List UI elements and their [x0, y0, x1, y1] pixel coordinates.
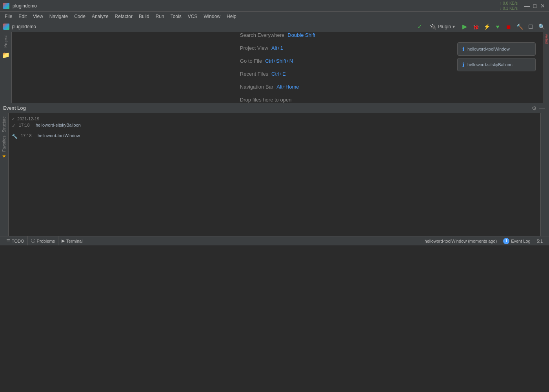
bottom-layout: Structure Favorites ★ ✓ 2021-12-19 ✓ 17:… — [0, 113, 549, 236]
network-up: ↑ 0.0 KB/s — [500, 1, 518, 6]
todo-icon: ☰ — [6, 238, 10, 243]
shortcut-search-everywhere: Search Everywhere Double Shift — [240, 32, 315, 38]
menu-vcs[interactable]: VCS — [185, 13, 201, 20]
menu-file[interactable]: File — [2, 13, 15, 20]
status-message-text: helloword-toolWindow (moments ago) — [425, 239, 497, 243]
problems-icon: ⓘ — [31, 238, 35, 244]
event-log-badge: 1 — [503, 238, 509, 244]
plugin-chevron: ▾ — [453, 24, 455, 29]
shortcut-recent-files: Recent Files Ctrl+E — [240, 71, 286, 77]
notification-text-2: helloword-sitskyBalloon — [467, 62, 513, 67]
secondary-toolbar: plugindemo ✓ 🔌 Plugin ▾ ▶ 🐞 ⚡ ♥ ◼ 🔨 ☐ 🔍 — [0, 21, 549, 32]
menu-tools[interactable]: Tools — [167, 13, 185, 20]
menu-view[interactable]: View — [30, 13, 46, 20]
shortcut-drop-files: Drop files here to open — [240, 97, 292, 103]
event-log-content-area: ✓ 2021-12-19 ✓ 17:18 helloword-sitskyBal… — [9, 113, 540, 236]
maximize-button[interactable]: □ — [532, 3, 538, 9]
event-log-status[interactable]: 1 Event Log — [500, 238, 534, 244]
problems-tab[interactable]: ⓘ Problems — [28, 236, 58, 245]
event-log-status-label: Event Log — [511, 239, 531, 243]
event-log-entries: ✓ 2021-12-19 ✓ 17:18 helloword-sitskyBal… — [9, 113, 540, 236]
build-button[interactable]: 🔨 — [515, 22, 524, 31]
event-log-minimize-button[interactable]: — — [538, 104, 546, 112]
shortcut-navigation-bar: Navigation Bar Alt+Home — [240, 84, 299, 90]
menu-code[interactable]: Code — [71, 13, 89, 20]
todo-tab[interactable]: ☰ TODO — [3, 236, 28, 245]
plugin-icon: 🔌 — [430, 24, 436, 30]
status-message: helloword-toolWindow (moments ago) — [422, 239, 500, 243]
shortcut-project-view: Project View Alt+1 — [240, 45, 283, 51]
plugin-label: Plugin — [438, 24, 451, 29]
menu-analyze[interactable]: Analyze — [89, 13, 112, 20]
cursor-position: 5:1 — [534, 239, 546, 243]
favorites-tab[interactable]: Favorites — [1, 134, 7, 153]
terminal-label: Terminal — [66, 239, 83, 243]
menu-refactor[interactable]: Refactor — [112, 13, 136, 20]
status-bar: ☰ TODO ⓘ Problems ▶ Terminal helloword-t… — [0, 236, 549, 245]
log-entry-toolwindow: 🔧 17:18 helloword-toolWindow — [12, 132, 537, 140]
shortcut-go-to-file: Go to File Ctrl+Shift+N — [240, 58, 293, 64]
terminal-icon: ▶ — [62, 238, 65, 243]
menu-help[interactable]: Help — [224, 13, 240, 20]
tool-icon: 🔧 — [12, 134, 18, 139]
notification-toolwindow: ℹ helloword-toolWindow — [457, 42, 536, 56]
notification-area: ℹ helloword-toolWindow ℹ helloword-sitsk… — [457, 42, 536, 71]
menu-navigate[interactable]: Navigate — [46, 13, 71, 20]
menu-build[interactable]: Build — [136, 13, 153, 20]
coverage-button[interactable]: ♥ — [493, 22, 502, 31]
sidebar-item-project[interactable]: Project — [3, 34, 9, 49]
event-log-title: Event Log — [3, 105, 26, 111]
app-icon — [3, 3, 9, 9]
event-log-settings-button[interactable]: ⚙ — [530, 104, 538, 112]
log-date: ✓ 2021-12-19 — [12, 116, 537, 121]
search-toolbar-button[interactable]: 🔍 — [537, 22, 546, 31]
left-sidebar: Project 📁 — [0, 32, 12, 103]
bottom-panel: Event Log ⚙ — Structure Favorites ★ ✓ 20… — [0, 103, 549, 236]
debug-button[interactable]: 🐞 — [471, 22, 480, 31]
problems-label: Problems — [37, 239, 55, 243]
menu-bar: File Edit View Navigate Code Analyze Ref… — [0, 12, 549, 21]
layout-button[interactable]: ☐ — [526, 22, 535, 31]
right-sidebar: Verted — [544, 32, 549, 103]
favorites-star-icon[interactable]: ★ — [2, 153, 6, 159]
shortcuts-panel: Search Everywhere Double Shift Project V… — [240, 32, 315, 103]
log-entry-balloon: ✓ 17:18 helloword-sitskyBalloon — [12, 122, 537, 129]
window-controls: — □ ✕ — [524, 3, 546, 9]
position-text: 5:1 — [537, 239, 543, 243]
main-area: Project 📁 Search Everywhere Double Shift… — [0, 32, 549, 103]
right-sidebar-text: Verted — [545, 32, 549, 45]
network-info: ↑ 0.0 KB/s ↓ 0.1 KB/s — [500, 1, 518, 11]
info-icon-2: ℹ — [462, 62, 464, 68]
terminal-tab[interactable]: ▶ Terminal — [58, 236, 86, 245]
content-area: Search Everywhere Double Shift Project V… — [12, 32, 544, 103]
event-log-header: Event Log ⚙ — — [0, 103, 549, 113]
run-button[interactable]: ▶ — [460, 22, 469, 31]
project-icon — [3, 24, 9, 30]
title-bar: plugindemo ↑ 0.0 KB/s ↓ 0.1 KB/s — □ ✕ — [0, 0, 549, 12]
app-title: plugindemo — [13, 3, 496, 9]
menu-edit[interactable]: Edit — [15, 13, 30, 20]
menu-run[interactable]: Run — [153, 13, 167, 20]
stop-button[interactable]: ◼ — [504, 22, 513, 31]
notification-balloon: ℹ helloword-sitskyBalloon — [457, 58, 536, 71]
cursor-icon-button[interactable]: ✓ — [416, 22, 424, 31]
sidebar-folder-icon[interactable]: 📁 — [2, 51, 10, 59]
plugin-dropdown-button[interactable]: 🔌 Plugin ▾ — [427, 23, 458, 31]
todo-label: TODO — [12, 239, 24, 243]
close-button[interactable]: ✕ — [540, 3, 546, 9]
structure-tab[interactable]: Structure — [1, 115, 7, 134]
notification-text-1: helloword-toolWindow — [467, 47, 510, 51]
network-down: ↓ 0.1 KB/s — [500, 6, 518, 11]
check-icon: ✓ — [12, 123, 16, 129]
favorites-panel: Structure Favorites ★ — [0, 113, 9, 236]
minimize-button[interactable]: — — [524, 3, 530, 9]
menu-window[interactable]: Window — [200, 13, 224, 20]
project-name: plugindemo — [12, 24, 36, 29]
right-vert-panel — [540, 113, 549, 236]
info-icon-1: ℹ — [462, 46, 464, 52]
profile-button[interactable]: ⚡ — [482, 22, 491, 31]
